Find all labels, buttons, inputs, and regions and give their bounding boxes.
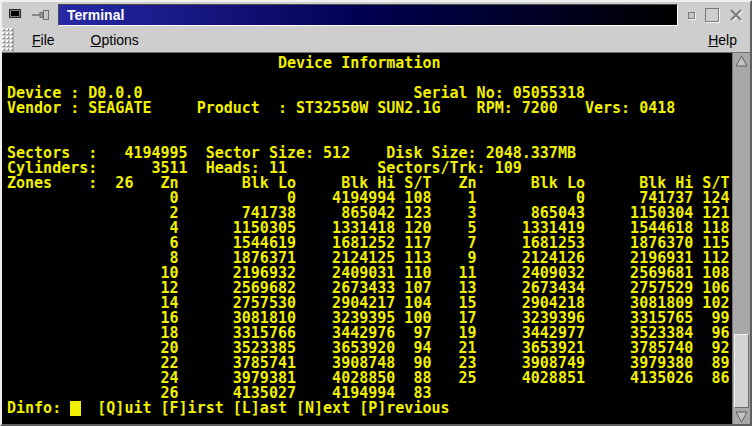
scroll-down-icon (735, 411, 748, 423)
menu-help[interactable]: Help (705, 30, 740, 50)
minimize-icon (688, 12, 695, 19)
scroll-down-button[interactable] (733, 409, 750, 424)
close-button[interactable] (727, 7, 745, 23)
menu-file[interactable]: File (29, 30, 58, 50)
scroll-up-icon (735, 55, 748, 67)
pushpin-icon[interactable] (31, 9, 51, 21)
menu-options[interactable]: Options (88, 30, 142, 50)
terminal-window: Terminal File Options Help Device In (0, 0, 752, 426)
text-cursor (70, 401, 81, 416)
terminal-icon[interactable] (7, 7, 24, 23)
terminal-area[interactable]: Device Information Device : D0.0.0 Seria… (2, 52, 750, 424)
window-title: Terminal (67, 7, 124, 23)
maximize-icon (705, 8, 719, 22)
scroll-up-button[interactable] (733, 53, 750, 68)
maximize-button[interactable] (704, 8, 720, 22)
minimize-button[interactable] (685, 12, 697, 19)
titlebar[interactable]: Terminal (2, 2, 750, 28)
scrollbar-thumb[interactable] (734, 334, 749, 408)
terminal-screen: Device Information Device : D0.0.0 Seria… (2, 53, 732, 424)
menubar-grip-handle[interactable] (2, 28, 14, 52)
menubar: File Options Help (2, 28, 750, 52)
close-icon (728, 7, 744, 23)
titlebar-field[interactable]: Terminal (58, 4, 678, 26)
scrollbar[interactable] (732, 53, 750, 424)
